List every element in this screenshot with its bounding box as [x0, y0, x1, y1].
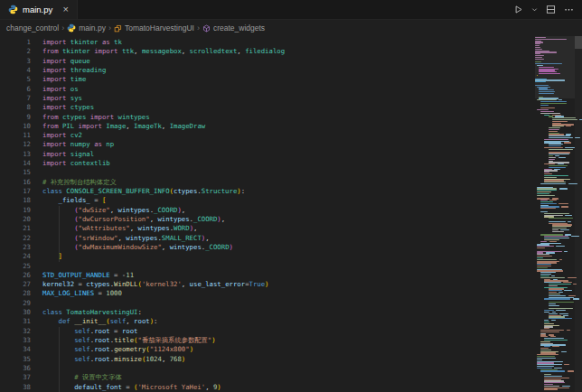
code-line[interactable]: 34 self.root.geometry("1124x800"): [0, 345, 535, 354]
code-line[interactable]: 23 ("dwMaximumWindowSize", wintypes._COO…: [0, 243, 535, 252]
code-line[interactable]: 22 ("srWindow", wintypes.SMALL_RECT),: [0, 234, 535, 243]
line-number[interactable]: 28: [0, 289, 31, 298]
code-line[interactable]: 7import sys: [0, 94, 535, 103]
breadcrumb-item-create-widgets[interactable]: create_widgets: [202, 23, 265, 33]
line-number[interactable]: 27: [0, 280, 31, 289]
line-number[interactable]: 35: [0, 355, 31, 364]
line-number[interactable]: 8: [0, 103, 31, 112]
line-number[interactable]: 23: [0, 243, 31, 252]
line-number[interactable]: 3: [0, 57, 31, 66]
code-line[interactable]: 17class CONSOLE_SCREEN_BUFFER_INFO(ctype…: [0, 187, 535, 196]
code-line[interactable]: 14import contextlib: [0, 159, 535, 168]
code-token: __init__: [74, 317, 106, 325]
code-line[interactable]: 24 ]: [0, 252, 535, 261]
line-number[interactable]: 25: [0, 262, 31, 271]
minimap[interactable]: [535, 36, 575, 392]
code-line-text: import threading: [42, 66, 106, 75]
breadcrumb-item-main-py[interactable]: main.py: [67, 23, 106, 33]
minimap-line: [549, 218, 574, 219]
line-number[interactable]: 36: [0, 364, 31, 373]
code-line[interactable]: 37 # 设置中文字体: [0, 373, 535, 382]
line-number[interactable]: 2: [0, 47, 31, 56]
line-number[interactable]: 12: [0, 140, 31, 149]
line-number[interactable]: 6: [0, 85, 31, 94]
run-dropdown-chevron-icon[interactable]: [531, 6, 538, 13]
code-line[interactable]: 33 self.root.title("番茄采摘系统参数配置"): [0, 336, 535, 345]
code-line[interactable]: 1import tkinter as tk: [0, 38, 535, 47]
minimap-line: [537, 259, 557, 260]
code-line[interactable]: 2from tkinter import ttk, messagebox, sc…: [0, 47, 535, 56]
line-number[interactable]: 31: [0, 317, 31, 326]
code-line[interactable]: 28MAX_LOG_LINES = 1000: [0, 289, 535, 298]
line-number[interactable]: 15: [0, 168, 31, 177]
code-line[interactable]: 10from PIL import Image, ImageTk, ImageD…: [0, 122, 535, 131]
line-number[interactable]: 21: [0, 224, 31, 233]
code-line[interactable]: 36: [0, 364, 535, 373]
code-line[interactable]: 15: [0, 168, 535, 177]
code-line-text: class TomatoHarvestingUI:: [42, 308, 142, 317]
code-line[interactable]: 20 ("dwCursorPosition", wintypes._COORD)…: [0, 215, 535, 224]
line-number[interactable]: 32: [0, 327, 31, 336]
line-number[interactable]: 10: [0, 122, 31, 131]
code-line[interactable]: 32 self.root = root: [0, 327, 535, 336]
line-number[interactable]: 19: [0, 206, 31, 215]
code-line[interactable]: 35 self.root.minsize(1024, 768): [0, 355, 535, 364]
code-line[interactable]: 21 ("wAttributes", wintypes.WORD),: [0, 224, 535, 233]
line-number[interactable]: 18: [0, 196, 31, 205]
line-number[interactable]: 37: [0, 373, 31, 382]
line-number[interactable]: 4: [0, 66, 31, 75]
run-python-file-button[interactable]: [513, 5, 523, 14]
code-line[interactable]: 25: [0, 262, 535, 271]
line-number[interactable]: 26: [0, 271, 31, 280]
code-line[interactable]: 3import queue: [0, 57, 535, 66]
line-number[interactable]: 29: [0, 299, 31, 308]
line-number[interactable]: 22: [0, 234, 31, 243]
line-number[interactable]: 9: [0, 113, 31, 122]
line-number[interactable]: 7: [0, 94, 31, 103]
line-number[interactable]: 20: [0, 215, 31, 224]
line-number[interactable]: 24: [0, 252, 31, 261]
code-line[interactable]: 12import numpy as np: [0, 140, 535, 149]
code-token: _fields_: [59, 196, 90, 204]
line-number[interactable]: 16: [0, 178, 31, 187]
code-token: as: [102, 38, 114, 46]
code-line[interactable]: 27kernel32 = ctypes.WinDLL('kernel32', u…: [0, 280, 535, 289]
line-number[interactable]: 5: [0, 75, 31, 84]
code-line[interactable]: 9from ctypes import wintypes: [0, 113, 535, 122]
code-line[interactable]: 31 def __init__(self, root):: [0, 317, 535, 326]
line-number[interactable]: 17: [0, 187, 31, 196]
code-line[interactable]: 30class TomatoHarvestingUI:: [0, 308, 535, 317]
line-number[interactable]: 13: [0, 150, 31, 159]
code-line[interactable]: 11import cv2: [0, 131, 535, 140]
breadcrumb-item-tomatoharvestingui[interactable]: TomatoHarvestingUI: [114, 23, 194, 33]
close-tab-icon[interactable]: ×: [60, 5, 71, 14]
vertical-scrollbar[interactable]: [575, 36, 582, 392]
scrollbar-slider[interactable]: [575, 36, 582, 49]
code-token: scrolledtext: [190, 47, 238, 55]
split-editor-button[interactable]: [546, 5, 556, 14]
code-line[interactable]: 8import ctypes: [0, 103, 535, 112]
code-line[interactable]: 13import signal: [0, 150, 535, 159]
line-number[interactable]: 1: [0, 38, 31, 47]
code-editor[interactable]: 1import tkinter as tk2from tkinter impor…: [0, 36, 535, 392]
code-line[interactable]: 18 _fields_ = [: [0, 196, 535, 205]
line-number[interactable]: 33: [0, 336, 31, 345]
line-number[interactable]: 11: [0, 131, 31, 140]
code-line[interactable]: 16# 补充控制台结构体定义: [0, 178, 535, 187]
tab-main-py[interactable]: main.py ×: [0, 0, 78, 19]
code-line[interactable]: 5import time: [0, 75, 535, 84]
code-line[interactable]: 19 ("dwSize", wintypes._COORD),: [0, 206, 535, 215]
line-number[interactable]: 34: [0, 345, 31, 354]
minimap-slider[interactable]: [535, 36, 575, 98]
line-number[interactable]: 14: [0, 159, 31, 168]
code-line[interactable]: 29: [0, 299, 535, 308]
line-number[interactable]: 38: [0, 383, 31, 392]
code-line[interactable]: 38 default_font = ('Microsoft YaHei', 9): [0, 383, 535, 392]
line-number[interactable]: 30: [0, 308, 31, 317]
more-actions-button[interactable]: [564, 5, 574, 14]
minimap-line: [568, 221, 571, 222]
code-line[interactable]: 6import os: [0, 85, 535, 94]
code-line[interactable]: 4import threading: [0, 66, 535, 75]
breadcrumb-item-change-control[interactable]: change_control: [6, 23, 59, 33]
code-line[interactable]: 26STD_OUTPUT_HANDLE = -11: [0, 271, 535, 280]
